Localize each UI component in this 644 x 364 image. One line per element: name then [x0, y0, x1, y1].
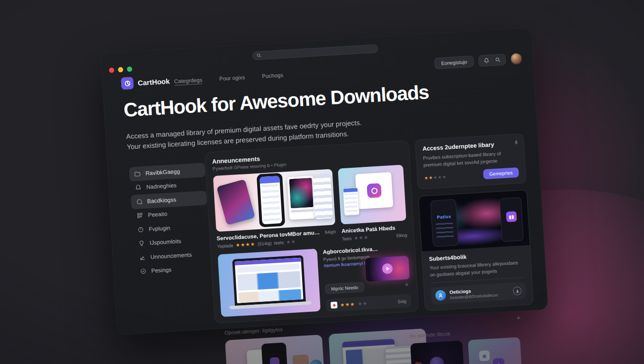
phone-mockup — [343, 187, 359, 216]
decor-shape — [292, 355, 309, 364]
library-card[interactable]: ▣ ♪ — [468, 337, 523, 364]
power-icon — [137, 226, 144, 233]
phone-mockup — [216, 179, 255, 225]
zoom-window-button[interactable] — [127, 66, 133, 72]
folder-icon — [134, 170, 141, 177]
star-rating-empty: ★★ — [358, 300, 368, 306]
meta-label: teets — [274, 240, 284, 246]
top-nav: Categrdegs Pour ogixs Puchogs — [174, 72, 283, 86]
list-mockup — [313, 175, 333, 219]
sidebar: RavibkGaegg Nadneghies Bacdkiogss Peeait… — [129, 163, 211, 279]
lightbulb-icon — [138, 240, 145, 247]
sidebar-item-label: Fvplugin — [149, 225, 170, 233]
window-mockup — [355, 172, 393, 209]
card-body: Your existing braoceal lilbrery allepood… — [429, 259, 525, 279]
phone-mockup — [257, 173, 286, 228]
user-avatar — [435, 290, 446, 301]
access-library-card[interactable]: Access 2udernptee libary Pruvbes subscri… — [415, 133, 527, 189]
rating-label: Tees — [342, 236, 352, 241]
user-avatar[interactable] — [510, 53, 522, 64]
sidebar-item-label: Peeaito — [148, 210, 167, 218]
cards-row: Servoclidacuse, Perona tovMBor amundnarg… — [213, 165, 407, 249]
product-tag-button[interactable]: Mgröc Needo — [325, 282, 365, 294]
star-rating: ★★ — [424, 175, 433, 181]
decor-shape — [310, 359, 322, 364]
phone-mockup: ▮▮ — [500, 197, 524, 242]
product-details: Agborcobricol.tkvatiogg Pywvó ft gv biot… — [322, 243, 411, 312]
star-rating-empty: ★★ — [286, 238, 296, 245]
generate-button[interactable]: Gemeprtes — [483, 167, 519, 179]
product-image — [338, 165, 406, 225]
app-icon: ▮▮ — [506, 211, 517, 222]
product-card[interactable] — [225, 335, 326, 364]
app-icon — [427, 354, 447, 364]
search-user-icon[interactable] — [495, 57, 501, 63]
plus-icon[interactable]: + — [516, 313, 521, 321]
close-window-button[interactable] — [109, 67, 115, 73]
browser-window: CartHook Categrdegs Pour ogixs Puchogs E… — [100, 27, 548, 335]
traffic-lights — [109, 66, 133, 73]
qr-code-icon — [136, 212, 143, 219]
page-title: CartHook for Awesome Downloads — [123, 81, 429, 121]
header-actions: Eonegistujo — [434, 53, 522, 69]
image-app-icon: ▣ — [479, 350, 490, 361]
bell-icon[interactable] — [483, 57, 490, 64]
phone-mockup — [261, 342, 289, 364]
rating-label: Yeplade — [217, 243, 233, 249]
card-body: Pruvbes subscription-based library of pr… — [423, 149, 518, 169]
nav-item-packages[interactable]: Puchogs — [262, 72, 284, 81]
pin-icon[interactable] — [513, 138, 519, 147]
clock-check-icon — [140, 268, 147, 275]
subscription-card[interactable]: Patlux ▮▮ Suberts4bolik Your existing br… — [418, 190, 534, 311]
product-image — [218, 249, 321, 317]
play-icon — [382, 263, 393, 274]
nav-item-categories[interactable]: Categrdegs — [174, 77, 202, 86]
sidebar-item-label: Pesings — [151, 266, 171, 274]
card-image: Patlux ▮▮ — [419, 190, 529, 251]
music-app-icon: ♪ — [492, 358, 504, 364]
star-rating: ★★★★ — [235, 241, 255, 247]
announcements-panel: Anneuncements Pywerbo8 GPwee resoring b … — [205, 140, 419, 324]
rating-count: (514ig) — [258, 240, 272, 246]
die-icon — [331, 301, 338, 309]
chat-bubble-icon — [135, 198, 143, 205]
library-card[interactable] — [410, 340, 465, 364]
brand-name: CartHook — [137, 77, 170, 87]
sidebar-item-label: Nadneghies — [146, 182, 177, 191]
star-rating: ★★★ — [354, 234, 369, 241]
phone-mockup: Patlux — [430, 199, 459, 247]
chart-icon — [139, 254, 146, 261]
minimize-window-button[interactable] — [118, 67, 124, 73]
rating-bar: ★★★ ★★ 5oig — [326, 294, 411, 312]
search-input[interactable] — [252, 44, 378, 60]
sidebar-item-label: Unnouncements — [150, 251, 192, 260]
star-rating: ★★★ — [340, 301, 355, 308]
app-brand-label: Patlux — [432, 214, 457, 220]
download-icon[interactable] — [513, 286, 522, 295]
sidebar-item-label: Bacdkiogss — [147, 196, 176, 205]
star-rating-empty: ★★★ — [433, 174, 447, 180]
bottom-right-section: + Av:asemde libcok ▣ ♪ — [410, 326, 529, 364]
nav-item-plugins[interactable]: Pour ogixs — [219, 74, 245, 83]
search-icon — [257, 53, 262, 58]
product-size: 5oig — [398, 298, 407, 304]
app-icon — [367, 183, 382, 198]
product-card[interactable]: Servoclidacuse, Perona tovMBor amundnarg… — [213, 169, 337, 249]
product-card[interactable]: Anicetka Patá Hbeds Tees ★★★ 59iog — [338, 165, 407, 242]
product-card-wide[interactable]: Agborcobricol.tkvatiogg Pywvó ft gv biot… — [218, 243, 411, 318]
laptop-mockup — [232, 255, 306, 306]
user-row[interactable]: Oeticiogs Asseder@&Drssbvladecon — [431, 282, 527, 305]
header-icons-pill — [478, 54, 506, 66]
product-size: 59iog — [396, 232, 407, 238]
app-icon — [269, 357, 279, 364]
right-panel: Access 2udernptee libary Pruvbes subscri… — [415, 133, 534, 311]
brand: CartHook — [121, 74, 170, 90]
video-thumbnail[interactable] — [365, 255, 410, 282]
register-button[interactable]: Eonegistujo — [434, 55, 474, 69]
product-size: 64igh — [325, 229, 336, 235]
carthook-logo-icon — [121, 77, 134, 90]
product-image — [213, 169, 336, 232]
window-mockup — [287, 176, 316, 220]
bell-icon — [135, 184, 142, 191]
decor-shape — [414, 362, 422, 364]
